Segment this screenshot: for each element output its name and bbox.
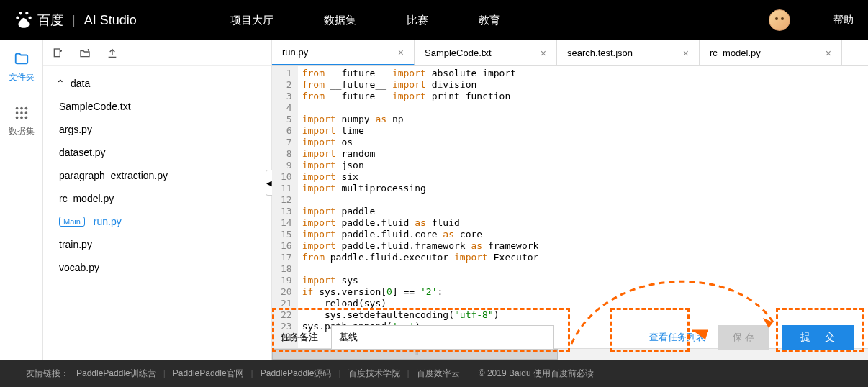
footer-copyright: © 2019 Baidu 使用百度前必读 <box>479 368 594 380</box>
close-icon[interactable]: × <box>683 47 689 59</box>
grid-icon <box>14 105 30 121</box>
submit-button[interactable]: 提 交 <box>782 325 854 350</box>
file-toolbar <box>43 40 271 66</box>
main-badge: Main <box>59 217 85 227</box>
brand-baidu: 百度 <box>37 12 63 29</box>
nav-projects[interactable]: 项目大厅 <box>230 14 273 27</box>
new-file-icon[interactable] <box>52 47 63 59</box>
tab-search[interactable]: search.test.json× <box>557 40 700 65</box>
footer-link-1[interactable]: PaddlePaddle官网 <box>173 368 244 380</box>
close-icon[interactable]: × <box>826 47 831 59</box>
svg-rect-9 <box>54 49 60 57</box>
code-container: 123456789101112131415161718192021222324 … <box>272 66 868 348</box>
footer-link-3[interactable]: 百度技术学院 <box>348 368 400 380</box>
svg-point-7 <box>20 117 23 119</box>
nav-education[interactable]: 教育 <box>479 14 500 27</box>
svg-point-8 <box>24 117 27 119</box>
help-link[interactable]: 帮助 <box>833 14 854 27</box>
tree-item-dataset[interactable]: dataset.py <box>43 141 271 164</box>
rail-files[interactable]: 文件夹 <box>0 40 42 94</box>
tree-item-args[interactable]: args.py <box>43 118 271 141</box>
folder-icon <box>14 51 30 67</box>
tree-item-label: run.py <box>94 216 122 227</box>
svg-point-4 <box>20 111 23 114</box>
svg-point-3 <box>15 111 18 114</box>
bottom-bar: 任务备注 查看任务列表 保 存 提 交 <box>272 315 862 360</box>
footer-link-4[interactable]: 百度效率云 <box>417 368 460 380</box>
file-tree: ⌃ data SampleCode.txt args.py dataset.py… <box>43 66 271 360</box>
svg-point-1 <box>20 107 23 110</box>
folder-label: data <box>71 78 90 89</box>
save-button[interactable]: 保 存 <box>718 325 769 350</box>
footer-link-0[interactable]: PaddlePaddle训练营 <box>76 368 156 380</box>
baidu-paw-icon <box>14 11 33 29</box>
rail-datasets-label: 数据集 <box>9 125 35 137</box>
task-label: 任务备注 <box>281 331 318 344</box>
nav-competitions[interactable]: 比赛 <box>407 14 428 27</box>
footer: 友情链接： PaddlePaddle训练营| PaddlePaddle官网| P… <box>0 360 868 387</box>
tree-item-rcmodel[interactable]: rc_model.py <box>43 187 271 210</box>
code-body[interactable]: from __future__ import absolute_importfr… <box>298 66 868 348</box>
brand-studio: AI Studio <box>84 13 137 28</box>
svg-point-6 <box>15 117 18 119</box>
tree-item-samplecode[interactable]: SampleCode.txt <box>43 95 271 118</box>
svg-point-2 <box>24 107 27 110</box>
close-icon[interactable]: × <box>398 47 404 58</box>
logo[interactable]: 百度 | AI Studio <box>14 11 137 29</box>
tree-item-run[interactable]: Main run.py <box>43 210 271 233</box>
svg-point-0 <box>15 107 18 110</box>
file-panel: ⌃ data SampleCode.txt args.py dataset.py… <box>43 40 272 360</box>
line-gutter: 123456789101112131415161718192021222324 <box>272 66 298 348</box>
tab-run[interactable]: run.py× <box>272 40 415 65</box>
upload-icon[interactable] <box>107 47 118 59</box>
rail-files-label: 文件夹 <box>9 71 35 83</box>
editor-area: ◀ run.py× SampleCode.txt× search.test.js… <box>272 40 868 360</box>
left-rail: 文件夹 数据集 <box>0 40 43 360</box>
close-icon[interactable]: × <box>541 47 546 59</box>
header: 百度 | AI Studio 项目大厅 数据集 比赛 教育 帮助 <box>0 0 868 40</box>
brand-divider: | <box>72 13 76 28</box>
chevron-down-icon: ⌃ <box>56 78 65 89</box>
svg-point-5 <box>24 111 27 114</box>
footer-link-2[interactable]: PaddlePaddle源码 <box>261 368 332 380</box>
tree-item-vocab[interactable]: vocab.py <box>43 256 271 279</box>
new-folder-icon[interactable] <box>79 47 91 59</box>
tab-rcmodel[interactable]: rc_model.py× <box>700 40 842 65</box>
tree-item-paragraph[interactable]: paragraph_extraction.py <box>43 164 271 187</box>
view-tasks-link[interactable]: 查看任务列表 <box>649 331 705 344</box>
nav-datasets[interactable]: 数据集 <box>324 14 356 27</box>
rail-datasets[interactable]: 数据集 <box>0 94 42 148</box>
editor-tabs: run.py× SampleCode.txt× search.test.json… <box>272 40 868 66</box>
tab-samplecode[interactable]: SampleCode.txt× <box>415 40 557 65</box>
task-input[interactable] <box>331 325 554 350</box>
tree-folder-data[interactable]: ⌃ data <box>43 72 271 95</box>
avatar[interactable] <box>769 9 790 31</box>
footer-prefix: 友情链接： <box>26 368 69 380</box>
header-nav: 项目大厅 数据集 比赛 教育 <box>230 14 500 27</box>
tree-item-train[interactable]: train.py <box>43 233 271 256</box>
